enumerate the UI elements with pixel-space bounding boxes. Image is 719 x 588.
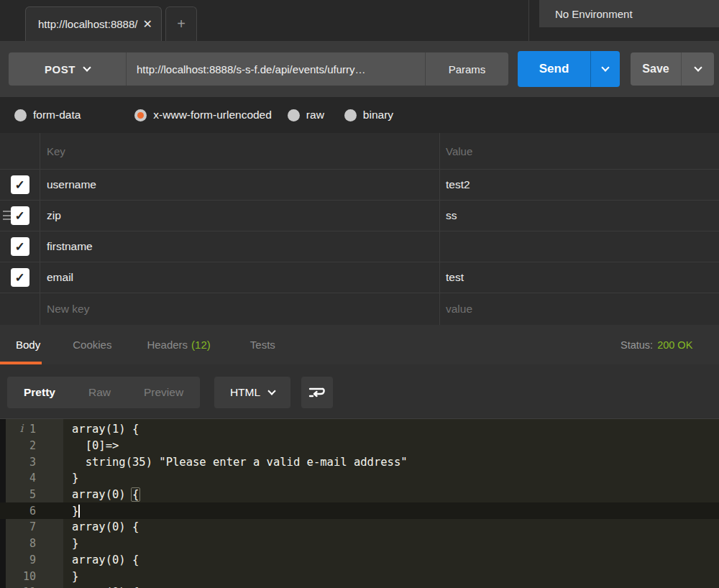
request-tab[interactable]: http://localhost:8888/ ✕ bbox=[25, 6, 162, 41]
method-dropdown[interactable]: POST bbox=[9, 52, 126, 86]
row-checkbox[interactable]: ✓ bbox=[11, 206, 29, 225]
key-input[interactable]: email bbox=[40, 271, 439, 284]
view-mode-raw[interactable]: Raw bbox=[72, 377, 127, 408]
code-text: } bbox=[47, 472, 78, 484]
headers-count-badge: (12) bbox=[191, 339, 211, 351]
line-number: 4 bbox=[0, 472, 47, 484]
language-label: HTML bbox=[230, 386, 260, 399]
code-line: 3 string(35) "Please enter a valid e-mai… bbox=[0, 454, 719, 470]
code-line: 6} bbox=[0, 502, 719, 519]
response-tab-headers[interactable]: Headers(12) bbox=[147, 339, 210, 351]
send-options-button[interactable] bbox=[591, 51, 620, 87]
close-icon[interactable]: ✕ bbox=[143, 17, 152, 31]
view-mode-pretty[interactable]: Pretty bbox=[7, 377, 72, 408]
code-text: array(0) { bbox=[47, 520, 139, 533]
line-number: 10 bbox=[0, 570, 47, 583]
params-label: Params bbox=[449, 63, 486, 75]
kv-header-row: Key Value bbox=[0, 133, 719, 169]
response-viewer-bar: PrettyRawPreview HTML bbox=[0, 364, 719, 419]
line-number: 2 bbox=[0, 439, 47, 452]
matched-bracket: { bbox=[131, 487, 140, 502]
plus-icon: + bbox=[177, 16, 186, 32]
code-text: array(0) { bbox=[47, 553, 139, 566]
line-number: 5 bbox=[0, 488, 47, 501]
code-text: } bbox=[47, 537, 78, 550]
request-builder: POST http://localhost:8888/s-s-f.de/api/… bbox=[0, 41, 719, 97]
code-text: string(35) "Please enter a valid e-mail … bbox=[47, 456, 408, 469]
code-line: 4} bbox=[0, 470, 719, 487]
radio-icon[interactable] bbox=[14, 109, 27, 121]
drag-handle-icon[interactable] bbox=[3, 211, 11, 220]
kv-row: ✓firstname bbox=[0, 231, 719, 262]
save-options-button[interactable] bbox=[682, 52, 714, 86]
header-divider bbox=[528, 0, 529, 41]
wrap-text-icon bbox=[308, 385, 326, 400]
response-tab-cookies[interactable]: Cookies bbox=[73, 339, 111, 351]
line-number: 7 bbox=[0, 520, 47, 533]
value-input[interactable]: test bbox=[439, 271, 719, 284]
new-tab-button[interactable]: + bbox=[165, 6, 197, 41]
tab-bar: http://localhost:8888/ ✕ + No Environmen… bbox=[0, 0, 719, 41]
line-number: 3 bbox=[0, 456, 47, 469]
response-body-viewer[interactable]: i 1array(1) {2 [0]=>3 string(35) "Please… bbox=[0, 419, 719, 588]
radio-label: binary bbox=[363, 109, 393, 121]
view-mode-preview[interactable]: Preview bbox=[127, 377, 200, 408]
url-input[interactable]: http://localhost:8888/s-s-f.de/api/event… bbox=[127, 52, 425, 86]
response-tab-body[interactable]: Body bbox=[16, 339, 40, 351]
environment-selector[interactable]: No Environment bbox=[539, 0, 719, 27]
language-dropdown[interactable]: HTML bbox=[214, 377, 290, 408]
method-label: POST bbox=[45, 63, 75, 75]
new-value-input[interactable]: value bbox=[439, 303, 719, 316]
body-type-radio-x-www-form-urlencoded[interactable]: x-www-form-urlencoded bbox=[134, 109, 272, 121]
value-column-header: Value bbox=[439, 145, 719, 157]
radio-icon[interactable] bbox=[344, 109, 357, 121]
tab-label: Cookies bbox=[73, 339, 111, 351]
params-button[interactable]: Params bbox=[426, 52, 508, 86]
key-input[interactable]: zip bbox=[40, 209, 439, 222]
new-key-input[interactable]: New key bbox=[40, 303, 439, 316]
key-input[interactable]: username bbox=[40, 178, 439, 191]
tab-label: Tests bbox=[250, 339, 275, 351]
key-input[interactable]: firstname bbox=[40, 240, 439, 253]
value-input[interactable]: ss bbox=[439, 209, 719, 222]
text-cursor bbox=[78, 505, 80, 518]
request-group: POST http://localhost:8888/s-s-f.de/api/… bbox=[9, 52, 508, 86]
code-text: [0]=> bbox=[47, 439, 119, 452]
save-button[interactable]: Save bbox=[631, 52, 681, 86]
key-column-header: Key bbox=[40, 145, 439, 157]
code-text: } bbox=[47, 570, 78, 583]
radio-icon[interactable] bbox=[288, 109, 300, 121]
chevron-down-icon bbox=[601, 63, 609, 71]
postman-window: http://localhost:8888/ ✕ + No Environmen… bbox=[0, 0, 719, 588]
code-line: 11array(0) { bbox=[0, 584, 719, 588]
body-type-radio-form-data[interactable]: form-data bbox=[14, 109, 81, 121]
row-checkbox[interactable]: ✓ bbox=[11, 268, 29, 287]
body-type-row: form-datax-www-form-urlencodedrawbinary bbox=[0, 97, 719, 133]
line-number: 6 bbox=[0, 505, 47, 518]
kv-row: ✓emailtest bbox=[0, 262, 719, 293]
send-button[interactable]: Send bbox=[518, 51, 590, 87]
radio-selected-icon[interactable] bbox=[134, 109, 147, 121]
response-tab-tests[interactable]: Tests bbox=[250, 339, 275, 351]
code-text: array(0) { bbox=[47, 488, 140, 501]
code-line: 1array(1) { bbox=[0, 421, 719, 438]
chevron-down-icon bbox=[267, 387, 275, 395]
line-number: 8 bbox=[0, 537, 47, 550]
kv-row: ✓zipss bbox=[0, 200, 719, 231]
tab-label: Body bbox=[16, 339, 40, 351]
body-type-radio-binary[interactable]: binary bbox=[344, 109, 393, 121]
row-checkbox[interactable]: ✓ bbox=[11, 175, 29, 194]
code-line: 2 [0]=> bbox=[0, 438, 719, 454]
row-checkbox[interactable]: ✓ bbox=[11, 237, 29, 256]
code-line: 9array(0) { bbox=[0, 552, 719, 569]
radio-label: x-www-form-urlencoded bbox=[153, 109, 272, 121]
urlencoded-editor: Key Value ✓usernametest2✓zipss✓firstname… bbox=[0, 133, 719, 325]
chevron-down-icon bbox=[694, 63, 702, 71]
response-status: Status: 200 OK bbox=[620, 325, 719, 364]
wrap-text-button[interactable] bbox=[301, 377, 333, 408]
kv-row: ✓usernametest2 bbox=[0, 169, 719, 200]
chevron-down-icon bbox=[83, 63, 91, 71]
response-tab-bar: BodyCookiesHeaders(12)Tests Status: 200 … bbox=[0, 325, 719, 364]
value-input[interactable]: test2 bbox=[439, 178, 719, 191]
body-type-radio-raw[interactable]: raw bbox=[288, 109, 324, 121]
